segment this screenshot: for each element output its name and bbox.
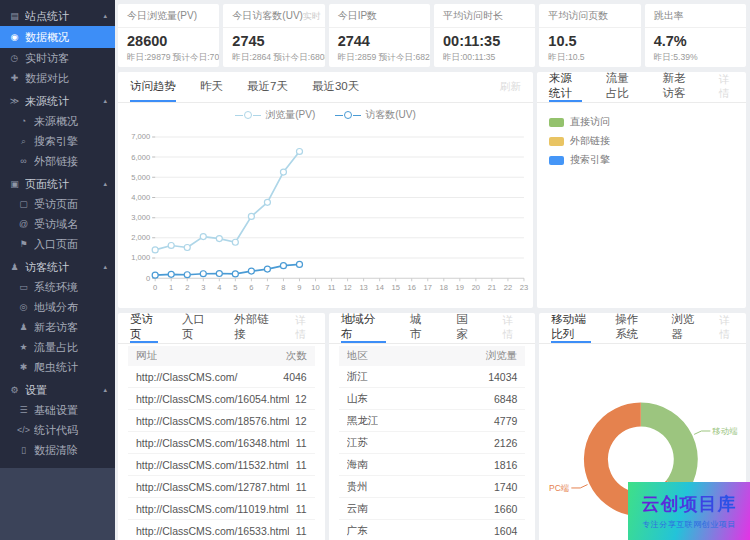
stat-card-footer-text: 昨日:10.5 (548, 52, 584, 64)
sidebar-item-data-clear[interactable]: ▯数据清除 (0, 440, 115, 460)
device-action-link[interactable]: 详情 (719, 313, 734, 343)
svg-text:5,000: 5,000 (131, 173, 150, 182)
sidebar-item-crawler-stats[interactable]: ✱爬虫统计 (0, 357, 115, 377)
region-table-row: 广东1604 (339, 520, 526, 540)
trend-tab-visit-trend[interactable]: 访问趋势 (130, 72, 176, 102)
legend-item[interactable]: 浏览量(PV) (235, 108, 315, 122)
device-tab-os[interactable]: 操作系统 (615, 313, 647, 343)
trend-action-link[interactable]: 刷新 (500, 72, 521, 102)
chevron-up-icon[interactable]: ▴ (103, 97, 107, 105)
sidebar-item-site-stats[interactable]: ▤站点统计▴ (0, 6, 115, 26)
source-legend-item[interactable]: 外部链接 (549, 134, 610, 148)
sidebar-item-realtime-visitors[interactable]: ◷实时访客 (0, 48, 115, 68)
device-tabs: 移动端比列操作系统浏览器详情 (539, 313, 746, 344)
sidebar-item-label: 入口页面 (34, 237, 107, 252)
region-row-value: 1660 (494, 503, 517, 515)
sidebar-item-data-overview[interactable]: ◉数据概况 (0, 26, 115, 48)
pages-row-label: http://ClassCMS.com/ (136, 371, 238, 383)
stat-card-title-row: 今日浏览量(PV) (118, 4, 219, 28)
sidebar-item-label: 流量占比 (34, 340, 107, 355)
main-content: 今日浏览量(PV)28600昨日:29879 预计今日:70780今日访客数(U… (115, 0, 750, 540)
sidebar-item-visited-domains[interactable]: @受访域名 (0, 214, 115, 234)
device-tab-browser[interactable]: 浏览器 (671, 313, 695, 343)
sidebar-item-traffic-share[interactable]: ★流量占比 (0, 337, 115, 357)
pages-tabs: 受访页入口页外部链接详情 (118, 313, 325, 344)
sidebar-item-entry-pages[interactable]: ⚑入口页面 (0, 234, 115, 254)
sidebar-item-search-engines[interactable]: ⌕搜索引擎 (0, 131, 115, 151)
chevron-up-icon[interactable]: ▴ (103, 12, 107, 20)
stat-card-title: 平均访问页数 (548, 9, 608, 23)
chevron-up-icon[interactable]: ▴ (103, 386, 107, 394)
legend-label: 外部链接 (570, 134, 610, 148)
legend-label: 访客数(UV) (365, 108, 416, 122)
sliders-icon: ☰ (17, 405, 30, 415)
stat-card-footer: 昨日:2864 预计今日:6808∧ (223, 49, 324, 67)
region-table-row: 山东6848 (339, 388, 526, 410)
source-tab-traffic-share[interactable]: 流量占比 (606, 72, 639, 102)
region-table-row: 浙江14034 (339, 366, 526, 388)
svg-text:7,000: 7,000 (131, 132, 150, 141)
stat-card-bounce-rate: 跳出率4.7%昨日:5.39% (645, 4, 746, 67)
sidebar-item-label: 受访域名 (34, 217, 107, 232)
sidebar-item-label: 统计代码 (34, 423, 107, 438)
trend-tab-last7[interactable]: 最近7天 (247, 72, 288, 102)
sidebar-item-basic-settings[interactable]: ☰基础设置 (0, 400, 115, 420)
pages-tab-external-link[interactable]: 外部链接 (234, 313, 271, 343)
pages-tab-entry-page[interactable]: 入口页 (182, 313, 210, 343)
clock-icon: ◷ (8, 53, 21, 63)
dashboard-icon: ◉ (8, 32, 21, 42)
chevron-up-icon[interactable]: ▴ (103, 180, 107, 188)
svg-text:23: 23 (520, 283, 528, 292)
pages-tab-visited-page[interactable]: 受访页 (130, 313, 158, 343)
region-row-label: 山东 (347, 392, 368, 406)
sidebar-item-tracking-code[interactable]: </>统计代码 (0, 420, 115, 440)
chevron-up-icon[interactable]: ▴ (103, 263, 107, 271)
trend-legend: 浏览量(PV)访客数(UV) (118, 103, 533, 127)
legend-item[interactable]: 访客数(UV) (335, 108, 416, 122)
pages-row-label: http://ClassCMS.com/11019.html (136, 503, 289, 515)
sidebar-item-region-distribution[interactable]: ◎地域分布 (0, 297, 115, 317)
sidebar-item-page-stats[interactable]: ▣页面统计▴ (0, 174, 115, 194)
region-row-label: 黑龙江 (347, 414, 379, 428)
region-action-link[interactable]: 详情 (503, 313, 524, 343)
svg-text:19: 19 (456, 283, 464, 292)
trend-tab-yesterday[interactable]: 昨天 (200, 72, 223, 102)
source-legend-item[interactable]: 直接访问 (549, 115, 610, 129)
region-row-label: 贵州 (347, 480, 368, 494)
region-tab-region[interactable]: 地域分布 (341, 313, 386, 343)
pages-row-value: 11 (296, 437, 307, 449)
trend-tab-last30[interactable]: 最近30天 (312, 72, 359, 102)
source-action-link[interactable]: 详情 (719, 72, 734, 102)
source-tab-new-old[interactable]: 新老访客 (662, 72, 695, 102)
region-row-value: 1740 (494, 481, 517, 493)
device-tab-mobile-ratio[interactable]: 移动端比列 (551, 313, 591, 343)
sidebar-item-label: 来源统计 (25, 94, 101, 109)
svg-text:20: 20 (472, 283, 480, 292)
pages-row-value: 11 (296, 525, 307, 537)
sidebar-item-settings[interactable]: ⚙设置▴ (0, 380, 115, 400)
sidebar-item-visited-pages[interactable]: ▢受访页面 (0, 194, 115, 214)
sidebar-item-system-env[interactable]: ▭系统环境 (0, 277, 115, 297)
svg-text:PC端: PC端 (549, 483, 570, 493)
source-legend-item[interactable]: 搜索引擎 (549, 153, 610, 167)
svg-text:移动端: 移动端 (712, 426, 739, 436)
stat-card-value: 2744 (329, 28, 430, 49)
source-tab-source-stats[interactable]: 来源统计 (549, 72, 582, 102)
sidebar-item-external-links[interactable]: ∞外部链接 (0, 151, 115, 171)
pages-table-row: http://ClassCMS.com/18576.html12 (128, 410, 315, 432)
sidebar-item-visitor-stats[interactable]: ♟访客统计▴ (0, 257, 115, 277)
pages-table: 网址次数http://ClassCMS.com/4046http://Class… (118, 344, 325, 540)
stat-card-footer-text: 昨日:2859 预计今日:6824 (338, 52, 430, 64)
sidebar-item-new-old-visitors[interactable]: ♟新老访客 (0, 317, 115, 337)
region-tab-country[interactable]: 国家 (456, 313, 479, 343)
visitor-icon: ♟ (8, 262, 21, 272)
sidebar-menu: ▤站点统计▴◉数据概况◷实时访客✚数据对比≫来源统计▴◔来源概况⌕搜索引擎∞外部… (0, 0, 115, 468)
sidebar-item-data-compare[interactable]: ✚数据对比 (0, 68, 115, 88)
region-tab-city[interactable]: 城市 (410, 313, 433, 343)
sidebar-item-source-stats[interactable]: ≫来源统计▴ (0, 91, 115, 111)
region-table-row: 黑龙江4779 (339, 410, 526, 432)
location-icon: ◎ (17, 302, 30, 312)
pages-action-link[interactable]: 详情 (296, 313, 313, 343)
sidebar-item-source-overview[interactable]: ◔来源概况 (0, 111, 115, 131)
stat-card-title-row: 平均访问时长 (434, 4, 535, 28)
